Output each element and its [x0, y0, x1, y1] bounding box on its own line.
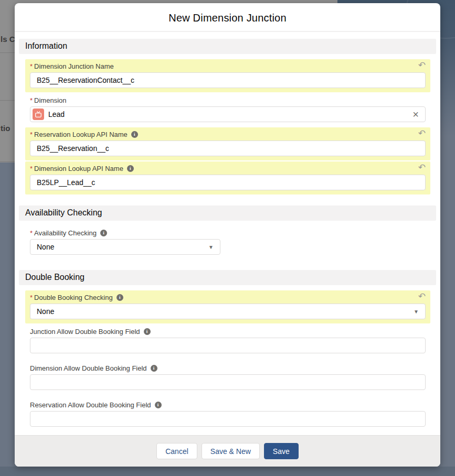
- field-label: Reservation Allow Double Booking Field: [30, 401, 151, 409]
- section-heading-information: Information: [19, 39, 436, 54]
- save-and-new-button[interactable]: Save & New: [202, 443, 260, 459]
- reservation-allow-double-booking-input[interactable]: [30, 411, 426, 427]
- field-dimension-allow-double-booking: Dimension Allow Double Booking Field i: [25, 361, 430, 394]
- field-dimension-lookup-api-name: ↶ * Dimension Lookup API Name i: [25, 161, 430, 194]
- field-dimension: * Dimension Lead ×: [25, 93, 430, 126]
- modal-header: New Dimension Junction: [15, 3, 440, 32]
- modal-title: New Dimension Junction: [23, 12, 432, 24]
- dimension-pill-label: Lead: [48, 110, 65, 118]
- modal-body: Information ↶ * Dimension Junction Name …: [15, 32, 440, 435]
- field-reservation-allow-double-booking: Reservation Allow Double Booking Field i: [25, 398, 430, 431]
- chevron-down-icon: ▼: [414, 309, 419, 315]
- background-divider: [0, 100, 15, 101]
- info-icon[interactable]: i: [117, 294, 123, 301]
- cancel-button[interactable]: Cancel: [156, 443, 197, 459]
- info-icon[interactable]: i: [127, 165, 134, 172]
- info-icon[interactable]: i: [155, 402, 162, 408]
- required-asterisk: *: [30, 62, 33, 70]
- junction-allow-double-booking-input[interactable]: [30, 338, 426, 353]
- field-dimension-junction-name: ↶ * Dimension Junction Name: [25, 59, 430, 92]
- background-divider: [0, 52, 15, 53]
- required-asterisk: *: [30, 96, 33, 104]
- background-divider: [0, 161, 15, 162]
- field-double-booking-checking: ↶ * Double Booking Checking i None ▼: [25, 290, 430, 323]
- dimension-lookup-api-name-input[interactable]: [30, 175, 426, 190]
- clear-selection-icon[interactable]: ×: [412, 109, 419, 120]
- undo-icon[interactable]: ↶: [418, 61, 426, 70]
- info-icon[interactable]: i: [144, 328, 151, 335]
- undo-icon[interactable]: ↶: [418, 163, 426, 172]
- required-asterisk: *: [30, 165, 33, 172]
- background-text-fragment: tio: [1, 124, 10, 133]
- dimension-lookup-pill[interactable]: Lead ×: [30, 106, 426, 122]
- required-asterisk: *: [30, 131, 33, 138]
- dimension-allow-double-booking-input[interactable]: [30, 374, 426, 390]
- background-text-fragment: ls C: [1, 35, 15, 44]
- field-label: Dimension Allow Double Booking Field: [30, 364, 147, 372]
- field-label: Dimension Junction Name: [34, 62, 114, 70]
- save-button[interactable]: Save: [264, 443, 299, 459]
- background-page-bottom: [0, 467, 455, 476]
- section-availability-checking: Availability Checking * Availability Che…: [19, 205, 436, 259]
- required-asterisk: *: [30, 229, 33, 237]
- field-label: Dimension: [34, 96, 66, 104]
- info-icon[interactable]: i: [131, 131, 138, 138]
- field-label: Junction Allow Double Booking Field: [30, 328, 140, 336]
- section-information: Information ↶ * Dimension Junction Name …: [19, 39, 436, 194]
- selected-value: None: [37, 243, 54, 251]
- undo-icon[interactable]: ↶: [418, 292, 426, 301]
- selected-value: None: [37, 307, 54, 316]
- field-label: Double Booking Checking: [34, 294, 113, 301]
- field-label: Dimension Lookup API Name: [34, 165, 123, 172]
- section-heading-double-booking: Double Booking: [19, 270, 436, 285]
- new-dimension-junction-modal: New Dimension Junction Information ↶ * D…: [15, 3, 440, 467]
- field-label: Availability Checking: [34, 229, 97, 237]
- field-junction-allow-double-booking: Junction Allow Double Booking Field i: [25, 324, 430, 358]
- field-availability-checking: * Availability Checking i None ▼: [25, 226, 430, 259]
- required-asterisk: *: [30, 294, 33, 301]
- lead-object-icon: [33, 109, 44, 120]
- section-double-booking: Double Booking ↶ * Double Booking Checki…: [19, 270, 436, 431]
- reservation-lookup-api-name-input[interactable]: [30, 140, 426, 156]
- field-label: Reservation Lookup API Name: [34, 131, 128, 138]
- info-icon[interactable]: i: [100, 230, 107, 236]
- undo-icon[interactable]: ↶: [418, 129, 426, 138]
- double-booking-checking-select[interactable]: None ▼: [30, 304, 426, 319]
- field-reservation-lookup-api-name: ↶ * Reservation Lookup API Name i: [25, 127, 430, 160]
- availability-checking-select[interactable]: None ▼: [30, 239, 220, 255]
- chevron-down-icon: ▼: [208, 244, 214, 250]
- info-icon[interactable]: i: [151, 365, 157, 372]
- modal-footer: Cancel Save & New Save: [15, 435, 440, 467]
- dimension-junction-name-input[interactable]: [30, 72, 426, 88]
- section-heading-availability-checking: Availability Checking: [19, 205, 436, 221]
